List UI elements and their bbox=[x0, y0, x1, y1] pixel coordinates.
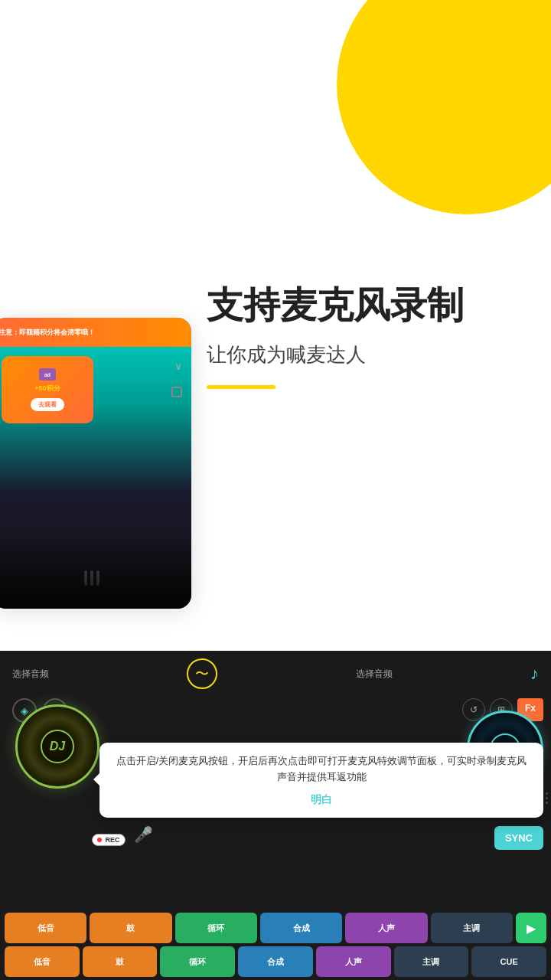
square-icon bbox=[171, 387, 182, 397]
pad-drum-2[interactable]: 鼓 bbox=[83, 946, 158, 977]
background-blob bbox=[337, 0, 551, 214]
sub-title: 让你成为喊麦达人 bbox=[207, 341, 536, 368]
waveform-icon: 〜 bbox=[187, 658, 217, 689]
tooltip-popup: 点击开启/关闭麦克风按钮，开启后再次点击即可打开麦克风特效调节面板，可实时录制麦… bbox=[99, 743, 543, 818]
pad-key-1[interactable]: 主调 bbox=[431, 913, 513, 943]
dj-header: 选择音频 〜 选择音频 ♪ bbox=[0, 651, 551, 697]
watch-button[interactable]: 去观看 bbox=[31, 398, 64, 411]
chevron-down-icon: ∨ bbox=[174, 360, 182, 372]
phone-mockup: 注意：即额籍积分将会清零哦！ ad +50积分 去观看 ∨ bbox=[0, 318, 191, 609]
tooltip-text: 点击开启/关闭麦克风按钮，开启后再次点击即可打开麦克风特效调节面板，可实时录制麦… bbox=[112, 753, 531, 786]
sync-button[interactable]: SYNC bbox=[494, 826, 543, 850]
crowd-overlay bbox=[0, 532, 191, 609]
rec-dot bbox=[97, 838, 102, 842]
pad-synth-2[interactable]: 合成 bbox=[238, 946, 313, 977]
pad-vocal-1[interactable]: 人声 bbox=[345, 913, 427, 943]
mic-icon[interactable]: 🎤 bbox=[134, 825, 153, 844]
turntable-left[interactable]: DJ bbox=[15, 704, 99, 789]
banner: 注意：即额籍积分将会清零哦！ bbox=[0, 318, 191, 347]
pad-row-1: 低音 鼓 循环 合成 人声 主调 ▶ bbox=[5, 913, 546, 943]
pad-bass-2[interactable]: 低音 bbox=[5, 946, 80, 977]
pad-loop-2[interactable]: 循环 bbox=[160, 946, 235, 977]
cue-button[interactable]: CUE bbox=[471, 946, 546, 977]
rec-button[interactable]: REC bbox=[92, 834, 126, 846]
ad-badge: ad bbox=[39, 368, 56, 381]
pad-synth-1[interactable]: 合成 bbox=[260, 913, 342, 943]
pad-loop-1[interactable]: 循环 bbox=[175, 913, 257, 943]
main-title: 支持麦克风录制 bbox=[207, 283, 536, 328]
pad-vocal-2[interactable]: 人声 bbox=[316, 946, 391, 977]
pad-bass-1[interactable]: 低音 bbox=[5, 913, 86, 943]
select-audio-left[interactable]: 选择音频 bbox=[12, 668, 49, 681]
pad-row-2: 低音 鼓 循环 合成 人声 主调 CUE bbox=[5, 946, 546, 977]
pad-key-2[interactable]: 主调 bbox=[394, 946, 469, 977]
play-button[interactable]: ▶ bbox=[516, 913, 546, 943]
select-audio-right[interactable]: 选择音频 bbox=[356, 668, 393, 681]
pad-drum-1[interactable]: 鼓 bbox=[90, 913, 171, 943]
dj-mockup: 选择音频 〜 选择音频 ♪ ◈ ⚙ ↺ ⊞ Fx DJ bbox=[0, 651, 551, 980]
accent-divider bbox=[207, 385, 276, 389]
dj-label: DJ bbox=[41, 730, 74, 763]
phone-screen: 注意：即额籍积分将会清零哦！ ad +50积分 去观看 ∨ bbox=[0, 318, 191, 609]
tooltip-arrow bbox=[93, 773, 99, 786]
dj-section: 选择音频 〜 选择音频 ♪ ◈ ⚙ ↺ ⊞ Fx DJ bbox=[0, 651, 551, 980]
ad-card: ad +50积分 去观看 bbox=[2, 356, 93, 423]
feature-text-section: 支持麦克风录制 让你成为喊麦达人 bbox=[207, 283, 536, 389]
rec-label: REC bbox=[106, 836, 120, 844]
banner-text: 注意：即额籍积分将会清零哦！ bbox=[0, 328, 95, 338]
tooltip-ok-button[interactable]: 明白 bbox=[112, 793, 531, 807]
dj-pads: 低音 鼓 循环 合成 人声 主调 ▶ 低音 鼓 循环 合成 人声 主调 CUE bbox=[0, 913, 551, 980]
points-label: +50积分 bbox=[34, 384, 60, 394]
music-icon: ♪ bbox=[530, 664, 539, 684]
scroll-indicator bbox=[546, 792, 548, 838]
turntable-area: ◈ ⚙ ↺ ⊞ Fx DJ 点击开启/关闭麦克风按钮，开启后再次点击即可打开麦克… bbox=[0, 697, 551, 789]
